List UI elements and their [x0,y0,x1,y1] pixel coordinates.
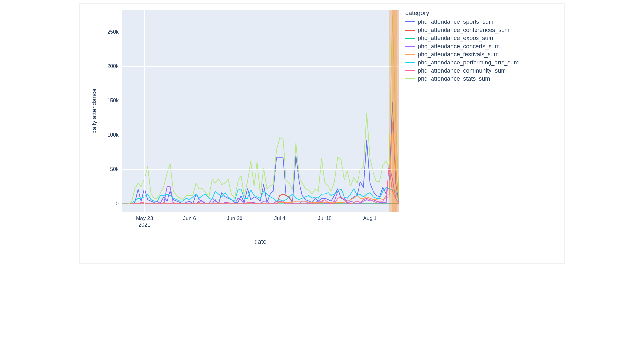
gridline-v [144,10,145,212]
legend-label: phq_attendance_expos_sum [418,35,493,42]
gridline-v [190,10,190,212]
chart-container: daily attendance date 050k100k150k200k25… [79,3,565,264]
gridline-h [122,66,399,67]
legend-item[interactable]: phq_attendance_community_sum [405,67,519,74]
legend-item[interactable]: phq_attendance_expos_sum [405,35,519,42]
legend-label: phq_attendance_sports_sum [418,19,493,25]
x-tick-label: Aug 1 [363,212,377,222]
legend-title: category [405,9,519,17]
legend-item[interactable]: phq_attendance_performing_arts_sum [405,59,519,66]
legend: category phq_attendance_sports_sumphq_at… [405,9,519,84]
legend-label: phq_attendance_concerts_sum [418,43,500,50]
x-tick-label: Jun 6 [183,212,196,222]
y-tick-label: 50k [110,166,122,172]
x-tick-label: Jul 4 [274,212,285,222]
x-tick-label: Jun 20 [227,212,242,222]
gridline-h [122,135,399,135]
gridline-v [325,10,325,212]
legend-label: phq_attendance_stats_sum [418,76,490,82]
x-tick-label: Jul 18 [318,212,332,222]
highlight-band-inner [392,10,397,212]
legend-label: phq_attendance_festivals_sum [418,51,499,58]
legend-item[interactable]: phq_attendance_stats_sum [405,76,519,82]
gridline-h [122,101,399,101]
legend-item[interactable]: phq_attendance_concerts_sum [405,43,519,50]
x-axis-title: date [255,238,267,245]
legend-swatch [405,46,415,47]
legend-label: phq_attendance_conferences_sum [418,27,509,34]
legend-label: phq_attendance_performing_arts_sum [418,59,519,66]
series-line[interactable] [122,102,399,204]
legend-item[interactable]: phq_attendance_conferences_sum [405,27,519,34]
gridline-v [235,10,235,212]
gridline-h [122,32,399,32]
y-axis-title: daily attendance [91,89,98,133]
legend-swatch [405,78,415,79]
plot-area[interactable]: 050k100k150k200k250kMay 232021Jun 6Jun 2… [122,10,399,212]
legend-swatch [405,70,415,71]
chart-lines [122,10,399,212]
y-tick-label: 100k [107,132,122,138]
gridline-v [280,10,280,212]
legend-item[interactable]: phq_attendance_festivals_sum [405,51,519,58]
legend-item[interactable]: phq_attendance_sports_sum [405,19,519,25]
gridline-h [122,204,399,204]
series-line[interactable] [122,16,399,204]
legend-swatch [405,38,415,39]
y-tick-label: 250k [107,29,122,35]
legend-swatch [405,54,415,55]
y-tick-label: 0 [116,201,122,207]
gridline-v [370,10,370,212]
legend-swatch [405,30,415,31]
gridline-h [122,169,399,170]
x-tick-label: May 232021 [136,212,153,228]
legend-swatch [405,62,415,63]
y-tick-label: 200k [107,63,122,69]
y-tick-label: 150k [107,98,122,104]
legend-swatch [405,21,415,22]
legend-label: phq_attendance_community_sum [418,67,506,74]
